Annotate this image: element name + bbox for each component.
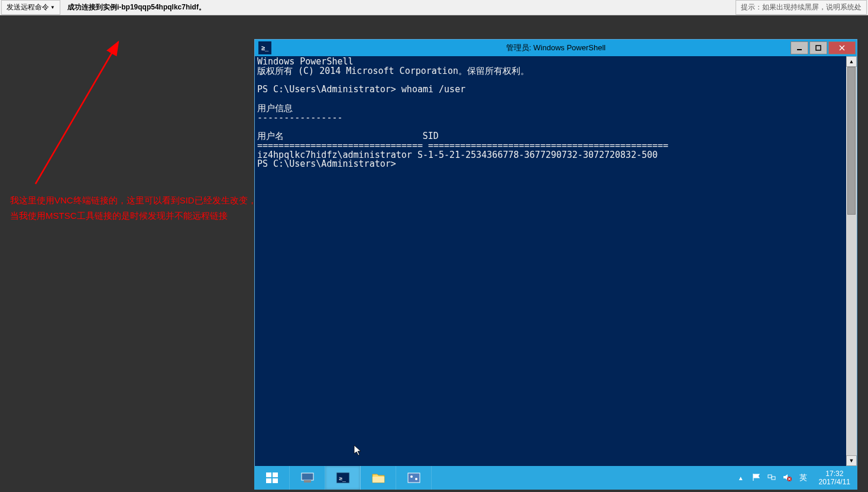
- powershell-scrollbar[interactable]: ▲ ▼: [846, 56, 857, 466]
- language-indicator[interactable]: 英: [795, 472, 812, 483]
- clock-date: 2017/4/11: [819, 478, 850, 486]
- folder-icon: [370, 470, 387, 486]
- flag-icon[interactable]: [749, 472, 764, 484]
- scroll-thumb[interactable]: [847, 67, 856, 215]
- svg-rect-8: [266, 478, 271, 483]
- powershell-titlebar[interactable]: ≥_ 管理员: Windows PowerShell: [255, 40, 857, 56]
- powershell-title: 管理员: Windows PowerShell: [506, 43, 605, 53]
- send-remote-command-button[interactable]: 发送远程命令 ▼: [1, 0, 60, 15]
- server-manager-icon: [299, 470, 316, 486]
- svg-rect-3: [816, 46, 821, 50]
- start-button[interactable]: [254, 466, 290, 490]
- connection-status-text: 成功连接到实例i-bp19qqp54hpqlkc7hidf。: [67, 2, 206, 12]
- vnc-toolbar: 发送远程命令 ▼ 成功连接到实例i-bp19qqp54hpqlkc7hidf。 …: [0, 0, 868, 15]
- svg-line-1: [35, 42, 118, 184]
- server-manager-button[interactable]: [290, 466, 325, 490]
- svg-rect-7: [273, 472, 278, 477]
- annotation-arrow: [24, 36, 130, 190]
- svg-rect-10: [302, 473, 313, 480]
- clock-time: 17:32: [819, 470, 850, 478]
- control-panel-icon: [406, 470, 422, 486]
- scroll-down-button[interactable]: ▼: [846, 455, 857, 466]
- annotation-text: 我这里使用VNC终端链接的，这里可以看到SID已经发生改变， 当我使用MSTSC…: [10, 193, 257, 223]
- dropdown-caret-icon: ▼: [50, 5, 55, 10]
- powershell-taskbar-button[interactable]: ≥_: [325, 466, 361, 490]
- svg-text:≥_: ≥_: [339, 475, 346, 482]
- tray-expand-button[interactable]: ▲: [733, 475, 749, 481]
- annotation-line2: 当我使用MSTSC工具链接的是时候发现并不能远程链接: [10, 208, 257, 224]
- svg-rect-9: [273, 478, 278, 483]
- volume-icon[interactable]: [779, 472, 795, 484]
- powershell-terminal[interactable]: Windows PowerShell 版权所有 (C) 2014 Microso…: [255, 56, 857, 466]
- remote-viewer-area: 我这里使用VNC终端链接的，这里可以看到SID已经发生改变， 当我使用MSTSC…: [0, 15, 868, 492]
- network-icon[interactable]: [764, 472, 779, 484]
- svg-point-16: [410, 475, 413, 478]
- close-icon: [838, 44, 846, 51]
- svg-rect-14: [373, 477, 384, 483]
- minimize-icon: [796, 45, 802, 51]
- svg-rect-11: [304, 480, 311, 483]
- svg-rect-19: [772, 477, 775, 480]
- close-button[interactable]: [828, 41, 856, 54]
- windows-logo-icon: [265, 471, 279, 485]
- control-panel-button[interactable]: [396, 466, 432, 490]
- maximize-button[interactable]: [809, 41, 827, 54]
- powershell-icon: ≥_: [258, 41, 271, 54]
- maximize-icon: [815, 45, 821, 51]
- svg-rect-6: [266, 472, 271, 477]
- clock[interactable]: 17:32 2017/4/11: [812, 470, 857, 487]
- scroll-up-button[interactable]: ▲: [846, 56, 857, 67]
- send-cmd-label: 发送远程命令: [7, 2, 49, 12]
- tip-text: 提示：如果出现持续黑屏，说明系统处: [736, 0, 867, 15]
- windows-desktop: ≥_ 管理员: Windows PowerShell Windows Power…: [254, 39, 857, 490]
- svg-rect-18: [768, 475, 772, 478]
- powershell-taskbar-icon: ≥_: [335, 470, 351, 486]
- file-explorer-button[interactable]: [361, 466, 396, 490]
- window-controls: [791, 41, 857, 54]
- windows-taskbar: ≥_ ▲: [254, 466, 857, 490]
- powershell-window: ≥_ 管理员: Windows PowerShell Windows Power…: [254, 39, 857, 467]
- svg-point-17: [415, 478, 417, 480]
- svg-rect-15: [408, 473, 420, 483]
- annotation-line1: 我这里使用VNC终端链接的，这里可以看到SID已经发生改变，: [10, 193, 257, 208]
- minimize-button[interactable]: [791, 41, 808, 54]
- system-tray: ▲ 英 17:32 201: [733, 466, 857, 490]
